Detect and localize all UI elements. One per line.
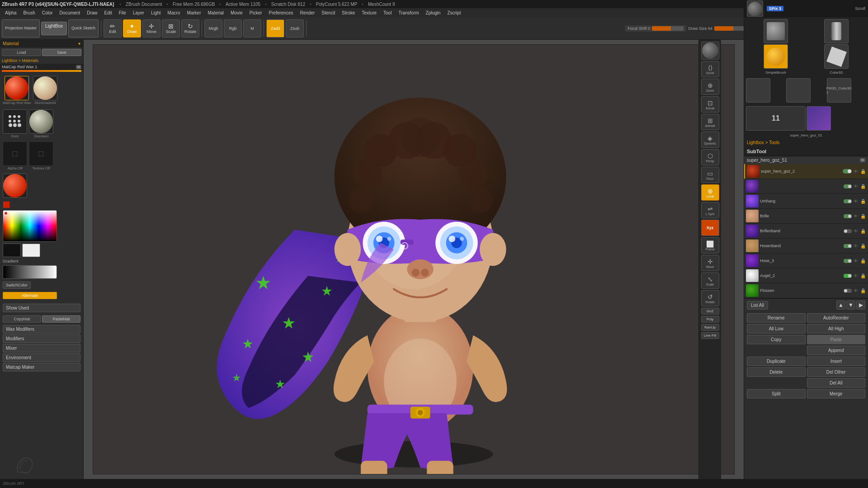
subtool-lock-augel2[interactable]: 🔒 [860, 273, 866, 278]
subtool-eye-augel2[interactable]: 👁 [854, 273, 858, 278]
merge-button[interactable]: Merge [807, 389, 866, 399]
subtool-eye-hosenband[interactable]: 👁 [854, 244, 858, 249]
cylinder3d-thumb[interactable] [807, 19, 866, 43]
menu-edit[interactable]: Edit [101, 9, 115, 16]
lightbox-tools-bar[interactable]: Lightbox > Tools [744, 138, 868, 147]
list-down-btn[interactable]: ▼ [846, 300, 855, 310]
rgb-button[interactable]: Rgb [224, 19, 242, 38]
color-slider-bar[interactable] [2, 70, 81, 72]
insert-button[interactable]: Insert [807, 357, 866, 366]
subtool-row-augel2[interactable]: Augel_2 👁 🔒 [744, 268, 868, 283]
duplicate-button[interactable]: Duplicate [747, 357, 806, 366]
persp-btn[interactable]: ⬡ Persp [701, 149, 719, 165]
delete-button[interactable]: Delete [747, 367, 806, 377]
subtool-row-hose3[interactable]: Hose_3 👁 🔒 [744, 253, 868, 268]
menu-preferences[interactable]: Preferences [266, 9, 297, 16]
del-other-button[interactable]: Del Other [807, 367, 866, 377]
subtool-toggle-augel2[interactable] [844, 274, 852, 278]
subtool-row-hosenband[interactable]: Hosenband 👁 🔒 [744, 239, 868, 253]
menu-alpha[interactable]: Alpha [2, 9, 20, 16]
subtool-toggle-hosenband[interactable] [844, 244, 852, 248]
environment-button[interactable]: Environment [3, 353, 80, 362]
list-up-btn[interactable]: ▲ [836, 300, 845, 310]
subtool-toggle-brille[interactable] [844, 214, 852, 218]
menu-zscript[interactable]: Zscript [444, 9, 464, 16]
paste-button[interactable]: Paste [807, 335, 866, 344]
menu-light[interactable]: Light [148, 9, 164, 16]
subtool-row-umhang[interactable]: Umhang 👁 🔒 [744, 194, 868, 209]
menu-material[interactable]: Material [205, 9, 227, 16]
menu-texture[interactable]: Texture [359, 9, 380, 16]
poly-mesh3d-thumb[interactable] [746, 19, 806, 43]
rotate-button[interactable]: ↻ Rotate [181, 19, 199, 38]
menu-draw[interactable]: Draw [84, 9, 100, 16]
projection-master-button[interactable]: Projection Master [2, 19, 40, 38]
subtool-toggle-1[interactable] [843, 169, 852, 174]
subtool-toggle-brillenband[interactable] [844, 229, 852, 233]
rename-button[interactable]: Rename [747, 313, 806, 323]
show-used-button[interactable]: Show Used [3, 304, 80, 312]
canvas-area[interactable]: ★ ★ ★ ★ ★ ★ ★ ★ [84, 40, 744, 479]
menu-color[interactable]: Color [39, 9, 56, 16]
lightbox-materials-label[interactable]: Lightbox > Materials [0, 57, 83, 64]
cube3d-thumb[interactable] [807, 44, 866, 69]
pm3d-cube-thumb[interactable]: PM3D_Cube3D 1 [827, 78, 851, 103]
subtool-lock-1[interactable]: 🔒 [860, 169, 866, 174]
lsym-btn[interactable]: ⇌ L Sym [701, 202, 719, 218]
menu-zplugin[interactable]: Zplugin [423, 9, 444, 16]
subtool-toggle-hose3[interactable] [844, 259, 852, 263]
subtool-eye-flossen[interactable]: 👁 [854, 288, 858, 293]
cube3d-1-thumb[interactable] [746, 78, 770, 103]
actual-btn[interactable]: ⊡ Actual [701, 96, 719, 113]
menu-render[interactable]: Render [297, 9, 318, 16]
subtool-lock-flossen[interactable]: 🔒 [860, 288, 866, 293]
focal-shift-slider[interactable] [652, 26, 684, 31]
floor-btn[interactable]: ▭ Floor [701, 167, 719, 183]
all-low-button[interactable]: All Low [747, 324, 806, 333]
subtool-eye-brille[interactable]: 👁 [854, 214, 858, 219]
copy-button[interactable]: Copy [747, 335, 806, 344]
rotate-viewport-btn[interactable]: ↺ Rotate [701, 290, 719, 306]
matcap-maker-button[interactable]: Matcap Maker [3, 363, 80, 371]
brush-thumb-1[interactable] [747, 0, 763, 17]
subtool-lock-hose3[interactable]: 🔒 [860, 258, 866, 263]
material-expand-icon[interactable]: ▾ [78, 41, 80, 46]
scale-button[interactable]: ⊠ Scale [162, 19, 180, 38]
poly-btn[interactable]: Poly [701, 316, 719, 323]
subtool-toggle-2[interactable] [844, 184, 852, 188]
aahalf-btn[interactable]: ⊞ AAHalf [701, 114, 719, 130]
save-button[interactable]: Save [42, 49, 81, 56]
color-wheel[interactable] [3, 210, 57, 242]
scroll-btn[interactable]: ⟨⟩ Scroll [701, 61, 719, 77]
subtool-row-brillenband[interactable]: Brillenband 👁 🔒 [744, 224, 868, 239]
move-viewport-btn[interactable]: ✛ Move [701, 255, 719, 271]
gradient-bar[interactable] [3, 265, 57, 279]
canvas-inner[interactable]: ★ ★ ★ ★ ★ ★ ★ ★ [93, 44, 735, 474]
load-button[interactable]: Load [2, 49, 41, 56]
subtool-toggle-flossen[interactable] [844, 289, 852, 293]
texture-off-item[interactable]: □ Texture Off [29, 141, 53, 171]
menu-brush[interactable]: Brush [20, 9, 38, 16]
brush-sphere-preview[interactable] [701, 42, 719, 60]
scale-viewport-btn[interactable]: ⤡ Scale [701, 272, 719, 289]
dots-preview[interactable]: Dots [3, 109, 27, 139]
white-swatch[interactable] [22, 244, 40, 257]
standard-preview[interactable]: Standard [29, 109, 53, 139]
subtool-lock-2[interactable]: 🔒 [860, 184, 866, 189]
paste-mat-button[interactable]: PasteMat [42, 315, 80, 323]
lightbox-button[interactable]: LightBox [41, 22, 67, 35]
draw-size-slider[interactable] [714, 26, 746, 31]
mrgb-button[interactable]: Mrgb [204, 19, 222, 38]
zadd-button[interactable]: Zadd [266, 19, 284, 38]
m-button[interactable]: M [243, 19, 261, 38]
subtool-eye-2[interactable]: 👁 [854, 184, 858, 189]
goz-btn[interactable]: GoZ [701, 308, 719, 314]
matcap-item-red[interactable]: MatCap Red Wax [3, 76, 31, 105]
dynamic-btn[interactable]: ◈ Dynamic [701, 131, 719, 148]
copy-mat-button[interactable]: CopyMat [3, 315, 41, 323]
subtool-toggle-umhang[interactable] [844, 199, 852, 203]
alpha-off-item[interactable]: □ Alpha Off [3, 141, 27, 171]
draw-button[interactable]: ✦ Draw [123, 19, 141, 38]
document-label[interactable]: ZBrush Document [123, 2, 165, 7]
alternate-button[interactable]: Alternate [3, 292, 57, 299]
